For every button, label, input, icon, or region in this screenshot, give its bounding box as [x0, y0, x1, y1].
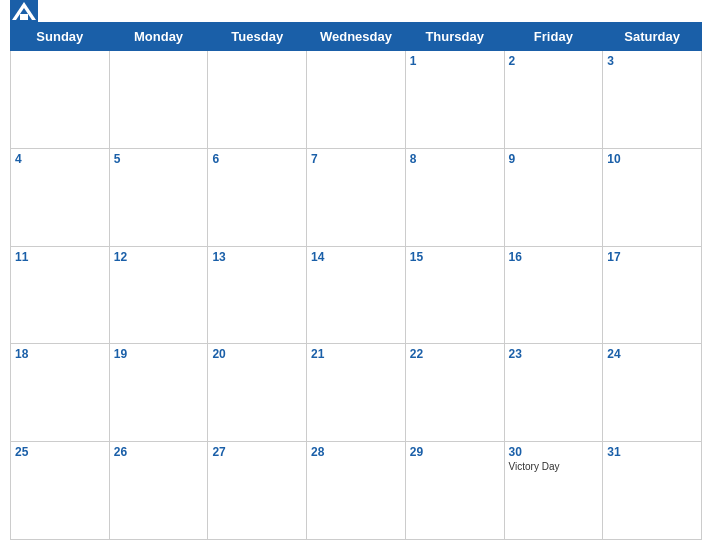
- day-number: 22: [410, 347, 500, 361]
- day-cell: 5: [109, 148, 208, 246]
- logo-icon: [10, 0, 38, 26]
- day-cell: 6: [208, 148, 307, 246]
- day-number: 9: [509, 152, 599, 166]
- day-number: 21: [311, 347, 401, 361]
- day-cell: 10: [603, 148, 702, 246]
- day-cell: 20: [208, 344, 307, 442]
- day-number: 5: [114, 152, 204, 166]
- day-cell: 26: [109, 442, 208, 540]
- day-number: 18: [15, 347, 105, 361]
- weekday-monday: Monday: [109, 23, 208, 51]
- day-cell: [307, 51, 406, 149]
- day-cell: 13: [208, 246, 307, 344]
- day-number: 20: [212, 347, 302, 361]
- day-cell: 15: [405, 246, 504, 344]
- day-number: 14: [311, 250, 401, 264]
- day-number: 28: [311, 445, 401, 459]
- day-number: 29: [410, 445, 500, 459]
- weekday-saturday: Saturday: [603, 23, 702, 51]
- weekday-tuesday: Tuesday: [208, 23, 307, 51]
- day-cell: [208, 51, 307, 149]
- svg-rect-3: [20, 14, 28, 20]
- day-cell: 1: [405, 51, 504, 149]
- day-number: 12: [114, 250, 204, 264]
- day-cell: 31: [603, 442, 702, 540]
- weekday-wednesday: Wednesday: [307, 23, 406, 51]
- week-row-0: 123: [11, 51, 702, 149]
- day-cell: 25: [11, 442, 110, 540]
- day-cell: 24: [603, 344, 702, 442]
- weekday-sunday: Sunday: [11, 23, 110, 51]
- weekday-thursday: Thursday: [405, 23, 504, 51]
- calendar-container: SundayMondayTuesdayWednesdayThursdayFrid…: [0, 0, 712, 550]
- event-label: Victory Day: [509, 461, 599, 472]
- day-number: 23: [509, 347, 599, 361]
- day-number: 8: [410, 152, 500, 166]
- day-cell: 11: [11, 246, 110, 344]
- day-cell: 14: [307, 246, 406, 344]
- day-number: 26: [114, 445, 204, 459]
- day-cell: 18: [11, 344, 110, 442]
- day-number: 2: [509, 54, 599, 68]
- day-number: 10: [607, 152, 697, 166]
- day-number: 31: [607, 445, 697, 459]
- day-cell: 3: [603, 51, 702, 149]
- day-number: 6: [212, 152, 302, 166]
- day-cell: 23: [504, 344, 603, 442]
- day-number: 17: [607, 250, 697, 264]
- day-cell: 22: [405, 344, 504, 442]
- day-cell: 12: [109, 246, 208, 344]
- day-number: 16: [509, 250, 599, 264]
- logo: [10, 0, 41, 26]
- week-row-2: 11121314151617: [11, 246, 702, 344]
- day-cell: 2: [504, 51, 603, 149]
- day-number: 1: [410, 54, 500, 68]
- day-cell: 28: [307, 442, 406, 540]
- day-number: 19: [114, 347, 204, 361]
- day-cell: 30Victory Day: [504, 442, 603, 540]
- day-number: 30: [509, 445, 599, 459]
- week-row-1: 45678910: [11, 148, 702, 246]
- day-number: 11: [15, 250, 105, 264]
- calendar-header: [10, 8, 702, 16]
- day-number: 24: [607, 347, 697, 361]
- day-cell: 29: [405, 442, 504, 540]
- day-cell: 21: [307, 344, 406, 442]
- day-cell: [11, 51, 110, 149]
- day-number: 3: [607, 54, 697, 68]
- day-number: 13: [212, 250, 302, 264]
- day-cell: 19: [109, 344, 208, 442]
- day-cell: 16: [504, 246, 603, 344]
- day-cell: 7: [307, 148, 406, 246]
- day-cell: 4: [11, 148, 110, 246]
- day-number: 7: [311, 152, 401, 166]
- weekday-header-row: SundayMondayTuesdayWednesdayThursdayFrid…: [11, 23, 702, 51]
- day-cell: 17: [603, 246, 702, 344]
- week-row-4: 252627282930Victory Day31: [11, 442, 702, 540]
- day-cell: 27: [208, 442, 307, 540]
- day-cell: [109, 51, 208, 149]
- day-number: 15: [410, 250, 500, 264]
- day-cell: 9: [504, 148, 603, 246]
- day-cell: 8: [405, 148, 504, 246]
- day-number: 4: [15, 152, 105, 166]
- day-number: 25: [15, 445, 105, 459]
- calendar-table: SundayMondayTuesdayWednesdayThursdayFrid…: [10, 22, 702, 540]
- day-number: 27: [212, 445, 302, 459]
- weekday-friday: Friday: [504, 23, 603, 51]
- week-row-3: 18192021222324: [11, 344, 702, 442]
